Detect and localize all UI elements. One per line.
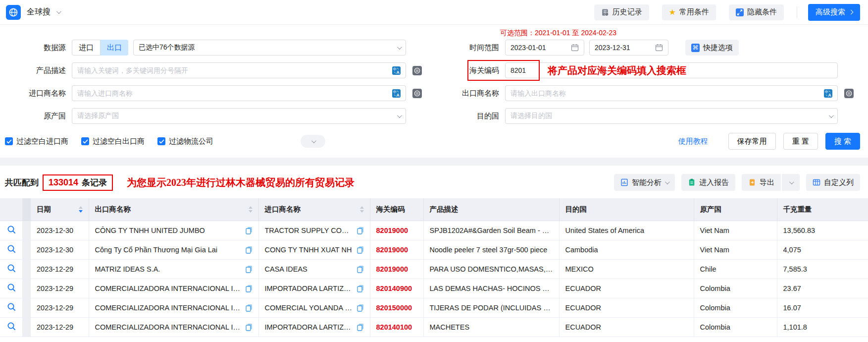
sort-icons[interactable]: [249, 206, 253, 213]
sort-icons[interactable]: [79, 206, 83, 213]
cell-date: 2023-12-29: [31, 279, 89, 298]
reset-button[interactable]: 重 置: [783, 133, 818, 150]
copy-icon[interactable]: [246, 285, 253, 292]
cell-date: 2023-12-29: [31, 259, 89, 279]
cell-exporter: COMERCIALIZADORA INTERNACIONAL INVE: [89, 279, 258, 298]
favorite-conditions-button[interactable]: ★ 常用条件: [662, 4, 716, 20]
export-doc-icon: [748, 178, 756, 186]
sort-icons[interactable]: [360, 206, 364, 213]
column-header-exporter[interactable]: 出口商名称: [89, 198, 258, 221]
copy-icon[interactable]: [246, 246, 253, 254]
translate-icon[interactable]: 中A: [824, 89, 832, 98]
chevron-down-icon: [665, 179, 670, 184]
product-desc-input[interactable]: [77, 66, 392, 74]
export-button-group: 导出: [742, 174, 800, 191]
copy-icon[interactable]: [357, 246, 364, 254]
star-icon: ★: [669, 8, 676, 16]
translate-icon[interactable]: 中A: [392, 89, 401, 98]
gutter-column-header: [22, 198, 31, 221]
cell-weight: 23.67: [777, 279, 868, 298]
view-detail-icon[interactable]: [6, 302, 16, 312]
collapse-form-button[interactable]: [301, 135, 325, 148]
end-date-picker[interactable]: 2023-12-31: [589, 40, 668, 56]
save-favorite-button[interactable]: 保存常用: [728, 133, 776, 150]
copy-icon[interactable]: [246, 227, 253, 234]
data-source-tabs: 进口 出口: [72, 40, 128, 56]
copy-icon[interactable]: [246, 323, 253, 331]
cell-destination: United States of America: [559, 221, 694, 240]
synonym-expand-icon[interactable]: [412, 66, 422, 75]
dest-country-select[interactable]: 请选择目的国: [505, 108, 838, 124]
view-detail-icon[interactable]: [6, 321, 16, 331]
tutorial-link[interactable]: 使用教程: [678, 137, 708, 146]
importer-input[interactable]: [77, 89, 392, 97]
copy-icon[interactable]: [357, 304, 364, 312]
column-header-weight: 千克重量: [777, 198, 868, 221]
origin-country-select[interactable]: 请选择原产国: [72, 108, 406, 124]
table-row[interactable]: 2023-12-29 MATRIZ IDEAS S.A. CASA IDEAS …: [0, 259, 868, 279]
exporter-label: 出口商名称: [451, 89, 505, 98]
app-switch-chevron-icon[interactable]: [56, 9, 61, 14]
synonym-expand-icon[interactable]: [844, 89, 854, 98]
translate-icon[interactable]: 中A: [392, 66, 401, 75]
table-row[interactable]: 2023-12-30 Công Ty Cổ Phần Thương Mại Gi…: [0, 240, 868, 259]
search-button[interactable]: 搜 索: [825, 133, 860, 150]
exporter-input[interactable]: [511, 89, 824, 97]
exporter-field: 中A: [505, 85, 838, 101]
export-label: 导出: [760, 178, 774, 187]
product-desc-label: 产品描述: [0, 66, 72, 75]
quick-options-button[interactable]: ⌘ 快捷选项: [685, 40, 739, 56]
column-header-importer[interactable]: 进口商名称: [258, 198, 370, 221]
row-gutter: [22, 298, 31, 317]
start-date-value: 2023-01-01: [511, 44, 546, 52]
custom-columns-button[interactable]: 自定义列: [806, 174, 860, 191]
export-button[interactable]: 导出: [742, 174, 781, 191]
cell-date: 2023-12-29: [31, 298, 89, 317]
cell-product: SPJB1202A#&Garden Soil Beam - 440: [423, 221, 559, 240]
cell-date: 2023-12-30: [31, 240, 89, 259]
analysis-chart-icon: [620, 178, 628, 186]
view-detail-icon[interactable]: [6, 225, 16, 234]
hs-code-annotation: 将产品对应海关编码填入搜索框: [548, 64, 686, 77]
tab-export[interactable]: 出口: [101, 40, 128, 56]
calendar-icon: [655, 44, 663, 52]
history-button[interactable]: 历史记录: [594, 4, 649, 20]
export-dropdown-button[interactable]: [782, 174, 800, 191]
filter-logistics-checkbox[interactable]: 过滤物流公司: [157, 137, 213, 146]
cell-weight: 16.07: [777, 298, 868, 317]
results-annotation: 为您显示2023年进行过林木器械贸易的所有贸易记录: [127, 176, 355, 189]
tab-import[interactable]: 进口: [72, 40, 101, 56]
hide-conditions-button[interactable]: 隐藏条件: [729, 4, 784, 20]
view-detail-icon[interactable]: [6, 263, 16, 273]
copy-icon[interactable]: [246, 304, 253, 312]
table-row[interactable]: 2023-12-29 COMERCIALIZADORA INTERNACIONA…: [0, 298, 868, 317]
cell-destination: MEXICO: [559, 259, 694, 279]
table-row[interactable]: 2023-12-30 CÔNG TY TNHH UNITED JUMBO TRA…: [0, 221, 868, 240]
copy-icon[interactable]: [357, 265, 364, 273]
copy-icon[interactable]: [357, 323, 364, 331]
view-detail-icon[interactable]: [6, 283, 16, 292]
dest-country-label: 目的国: [451, 112, 505, 121]
chevron-down-icon: [829, 113, 834, 118]
end-date-value: 2023-12-31: [595, 44, 630, 52]
svg-text:A: A: [397, 69, 400, 74]
cell-date: 2023-12-30: [31, 221, 89, 240]
start-date-picker[interactable]: 2023-01-01: [505, 40, 584, 56]
copy-icon[interactable]: [246, 265, 253, 273]
filter-blank-importer-checkbox[interactable]: 过滤空白进口商: [5, 137, 68, 146]
smart-analysis-button[interactable]: 智能分析: [614, 174, 675, 191]
copy-icon[interactable]: [357, 227, 364, 234]
view-detail-icon[interactable]: [6, 244, 16, 254]
table-row[interactable]: 2023-12-29 COMERCIALIZADORA INTERNACIONA…: [0, 279, 868, 298]
copy-icon[interactable]: [357, 285, 364, 292]
advanced-search-button[interactable]: 高级搜索: [808, 4, 860, 21]
column-header-date[interactable]: 日期: [31, 198, 89, 221]
data-source-select[interactable]: 已选中76个数据源: [133, 40, 406, 56]
product-desc-field: 中A: [72, 62, 406, 78]
enter-report-button[interactable]: 进入报告: [681, 174, 735, 191]
synonym-expand-icon[interactable]: [412, 89, 422, 98]
checkbox-checked-icon: [81, 137, 89, 145]
filter-blank-exporter-checkbox[interactable]: 过滤空白出口商: [81, 137, 145, 146]
table-row[interactable]: 2023-12-29 COMERCIALIZADORA INTERNACIONA…: [0, 317, 868, 337]
cell-hs-code: 82019000: [370, 240, 423, 259]
